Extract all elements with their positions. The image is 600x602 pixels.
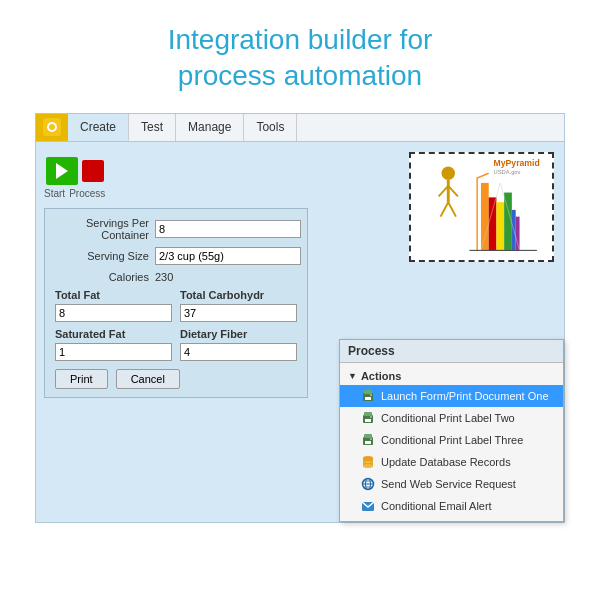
sat-fat-input[interactable] (55, 343, 172, 361)
serving-size-label: Serving Size (55, 250, 155, 262)
servings-label: Servings Per Container (55, 217, 155, 241)
svg-point-31 (370, 438, 372, 440)
servings-input[interactable] (155, 220, 301, 238)
dietary-fiber-label: Dietary Fiber (180, 328, 297, 340)
form-buttons: Print Cancel (55, 369, 297, 389)
headline-line2: process automation (178, 60, 422, 91)
calories-row: Calories 230 (55, 271, 297, 283)
process-item-0[interactable]: Launch Form/Print Document One (340, 385, 563, 407)
svg-text:MyPyramid: MyPyramid (494, 157, 540, 167)
tab-create[interactable]: Create (68, 114, 129, 141)
toolbar-tabs: Create Test Manage Tools (68, 114, 297, 141)
svg-text:USDA.gov: USDA.gov (494, 169, 521, 175)
process-panel-title: Process (340, 340, 563, 363)
stop-button[interactable] (82, 160, 104, 182)
printer-icon-0 (360, 388, 376, 404)
process-panel: Process ▼ Actions L (339, 339, 564, 522)
svg-marker-13 (489, 197, 497, 250)
play-icon (56, 163, 68, 179)
calories-label: Calories (55, 271, 155, 283)
mypyramid-image: MyPyramid USDA.gov (409, 152, 554, 262)
expand-icon: ▼ (348, 371, 357, 381)
total-carb-group: Total Carbohydr (180, 289, 297, 322)
printer-icon-2 (360, 432, 376, 448)
process-item-1[interactable]: Conditional Print Label Two (340, 407, 563, 429)
serving-size-row: Serving Size (55, 247, 297, 265)
process-label: Process (69, 188, 105, 199)
sat-fat-group: Saturated Fat (55, 328, 172, 361)
page-container: Integration builder for process automati… (0, 0, 600, 602)
servings-row: Servings Per Container (55, 217, 297, 241)
svg-point-36 (363, 464, 373, 468)
dietary-fiber-group: Dietary Fiber (180, 328, 297, 361)
process-item-2[interactable]: Conditional Print Label Three (340, 429, 563, 451)
process-item-label-4: Send Web Service Request (381, 478, 516, 490)
serving-size-input[interactable] (155, 247, 301, 265)
dietary-fiber-input[interactable] (180, 343, 297, 361)
svg-marker-14 (496, 202, 504, 250)
svg-rect-22 (365, 397, 371, 400)
process-item-5[interactable]: Conditional Email Alert (340, 495, 563, 517)
process-item-4[interactable]: Send Web Service Request (340, 473, 563, 495)
toolbar-app-icon (36, 114, 68, 141)
left-panel: Start Process Servings Per Container Ser… (36, 142, 316, 402)
tab-tools[interactable]: Tools (244, 114, 297, 141)
section-header: ▼ Actions (340, 367, 563, 385)
start-area: Start Process (36, 152, 316, 204)
svg-rect-21 (364, 390, 372, 394)
svg-rect-29 (364, 434, 372, 438)
total-fat-input[interactable] (55, 304, 172, 322)
two-col-bottom: Saturated Fat Dietary Fiber (55, 328, 297, 361)
process-item-label-0: Launch Form/Print Document One (381, 390, 549, 402)
pyramid-svg: MyPyramid USDA.gov (411, 154, 552, 260)
svg-point-6 (442, 166, 455, 179)
start-label: Start (44, 188, 65, 199)
svg-rect-26 (365, 419, 371, 422)
print-button[interactable]: Print (55, 369, 108, 389)
process-item-label-1: Conditional Print Label Two (381, 412, 515, 424)
tab-test[interactable]: Test (129, 114, 176, 141)
svg-marker-12 (481, 183, 489, 250)
sat-fat-label: Saturated Fat (55, 328, 172, 340)
tab-manage[interactable]: Manage (176, 114, 244, 141)
svg-rect-30 (365, 441, 371, 444)
process-item-label-3: Update Database Records (381, 456, 511, 468)
two-col-top: Total Fat Total Carbohydr (55, 289, 297, 322)
section-label: Actions (361, 370, 401, 382)
total-fat-group: Total Fat (55, 289, 172, 322)
headline: Integration builder for process automati… (168, 22, 433, 95)
svg-point-2 (49, 124, 55, 130)
printer-icon-1 (360, 410, 376, 426)
headline-line1: Integration builder for (168, 24, 433, 55)
ui-area: Create Test Manage Tools (35, 113, 565, 523)
process-item-label-5: Conditional Email Alert (381, 500, 492, 512)
cancel-button[interactable]: Cancel (116, 369, 180, 389)
web-icon (360, 476, 376, 492)
process-item-label-2: Conditional Print Label Three (381, 434, 523, 446)
start-button[interactable] (46, 157, 78, 185)
database-icon (360, 454, 376, 470)
svg-marker-17 (516, 216, 520, 250)
total-carb-label: Total Carbohydr (180, 289, 297, 301)
calories-value: 230 (155, 271, 173, 283)
svg-point-27 (370, 416, 372, 418)
email-icon (360, 498, 376, 514)
total-fat-label: Total Fat (55, 289, 172, 301)
total-carb-input[interactable] (180, 304, 297, 322)
toolbar: Create Test Manage Tools (36, 114, 564, 142)
process-item-3[interactable]: Update Database Records (340, 451, 563, 473)
svg-rect-25 (364, 412, 372, 416)
nutrition-form: Servings Per Container Serving Size Calo… (44, 208, 308, 398)
svg-point-23 (370, 394, 372, 396)
process-section: ▼ Actions Launch Form/Print Document One (340, 363, 563, 521)
